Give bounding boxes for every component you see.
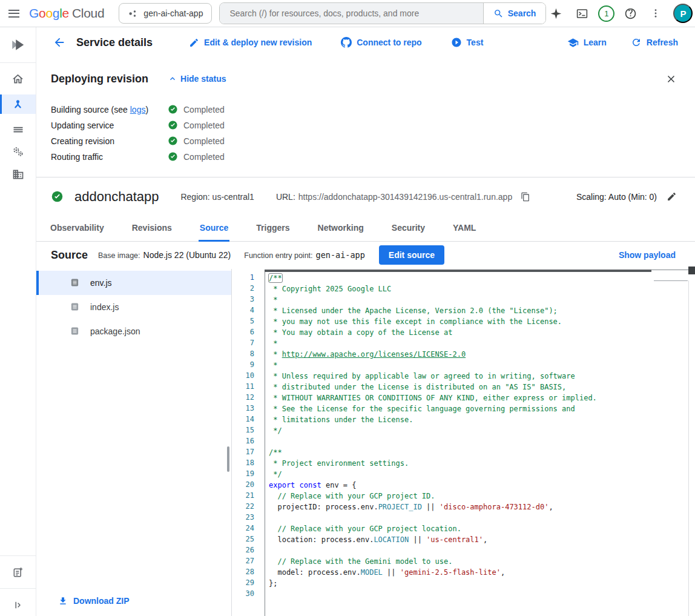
line-number: 14 (232, 414, 254, 425)
step-status-text: Completed (183, 121, 225, 130)
google-cloud-logo: Google Cloud (29, 6, 104, 21)
refresh-icon (631, 37, 642, 48)
collapse-nav-icon[interactable] (0, 594, 36, 616)
search-bar: Search (219, 2, 546, 24)
back-arrow-icon[interactable] (47, 30, 71, 55)
vertical-scrollbar-track[interactable] (688, 280, 695, 616)
sidebar-item-home[interactable] (0, 68, 36, 90)
tab-source[interactable]: Source (199, 216, 229, 242)
service-scaling-group: Scaling: Auto (Min: 0) (576, 189, 679, 204)
project-name: gen-ai-chat-app (143, 8, 203, 18)
file-panel-scrollbar[interactable] (227, 446, 229, 472)
line-number: 5 (232, 316, 254, 326)
check-circle-icon (168, 104, 178, 114)
hide-status-toggle[interactable]: Hide status (164, 73, 229, 84)
tab-observability[interactable]: Observability (49, 216, 105, 242)
file-item-index-js[interactable]: index.js (36, 295, 231, 319)
vertical-scrollbar[interactable] (688, 267, 695, 274)
notifications-badge[interactable]: 1 (598, 5, 614, 22)
tab-revisions[interactable]: Revisions (131, 216, 173, 242)
line-number: 22 (232, 501, 254, 512)
close-icon[interactable] (663, 71, 679, 87)
play-circle-icon (451, 37, 462, 48)
search-button[interactable]: Search (483, 3, 546, 24)
tab-networking[interactable]: Networking (317, 216, 365, 242)
code-lines: /** * Copyright 2025 Google LLC * * Lice… (269, 273, 687, 600)
refresh-button[interactable]: Refresh (630, 35, 679, 50)
service-name: addonchatapp (74, 189, 159, 205)
service-region: Region: us-central1 (180, 192, 254, 202)
horizontal-scrollbar[interactable] (265, 270, 651, 272)
deploy-step: Building source (see logs) Completed (51, 102, 679, 118)
line-number: 15 (232, 425, 254, 436)
service-header: addonchatapp Region: us-central1 URL: ht… (36, 177, 695, 216)
chevron-up-icon (168, 74, 177, 84)
project-selector[interactable]: gen-ai-chat-app (119, 3, 212, 24)
edit-deploy-button[interactable]: Edit & deploy new revision (188, 35, 313, 50)
tab-triggers[interactable]: Triggers (255, 216, 291, 242)
learn-button[interactable]: Learn (566, 35, 608, 51)
code-line (269, 436, 687, 447)
kebab-menu-icon[interactable] (647, 4, 665, 22)
menu-icon[interactable] (5, 1, 23, 25)
brand-google: Google (29, 6, 69, 21)
line-number: 28 (232, 566, 254, 577)
github-icon (341, 37, 352, 48)
code-line: * (269, 360, 687, 371)
edit-source-button[interactable]: Edit source (379, 245, 444, 265)
line-number: 23 (232, 512, 254, 523)
help-icon[interactable] (621, 4, 641, 24)
code-line: * limitations under the License. (269, 414, 687, 425)
cloud-run-logo-icon (0, 32, 36, 58)
sidebar-divider (0, 588, 36, 589)
code-line: * you may not use this file except in co… (269, 316, 687, 327)
logs-link[interactable]: logs (130, 105, 146, 114)
code-editor[interactable]: /** * Copyright 2025 Google LLC * * Lice… (265, 270, 695, 616)
line-number: 13 (232, 403, 254, 414)
download-zip-button[interactable]: Download ZIP (54, 595, 133, 606)
sidebar-item-organization[interactable] (0, 163, 36, 185)
line-number: 25 (232, 534, 254, 545)
code-line: /** (269, 447, 687, 458)
tab-yaml[interactable]: YAML (452, 216, 477, 242)
sidebar-item-revisions[interactable] (0, 118, 36, 141)
code-line: export const env = { (269, 480, 687, 491)
file-item-package-json[interactable]: package.json (36, 319, 231, 343)
code-line: /** (269, 273, 687, 283)
edit-scaling-pencil-icon[interactable] (664, 189, 679, 204)
sidebar-divider (0, 62, 36, 63)
file-icon (70, 302, 79, 311)
line-number-gutter: 1234567891011121314151617181920212223242… (232, 269, 265, 616)
search-input[interactable] (220, 3, 483, 24)
code-line: // Replace with the Gemini model to use. (269, 556, 687, 567)
line-number: 27 (232, 555, 254, 566)
sidebar-item-integrations[interactable] (0, 141, 36, 163)
check-circle-icon (168, 151, 178, 162)
test-button[interactable]: Test (450, 35, 485, 50)
step-status-text: Completed (183, 152, 225, 162)
line-number: 20 (232, 479, 254, 490)
gemini-icon[interactable] (546, 4, 566, 24)
code-line (269, 545, 687, 556)
file-item-env-js[interactable]: env.js (36, 271, 231, 295)
release-notes-icon[interactable] (0, 561, 36, 583)
line-number: 11 (232, 381, 254, 392)
line-number: 16 (232, 436, 254, 446)
tab-security[interactable]: Security (390, 216, 426, 242)
sidebar-divider (0, 555, 36, 556)
code-line: * Unless required by applicable law or a… (269, 371, 687, 382)
connect-repo-button[interactable]: Connect to repo (340, 35, 423, 50)
sidebar-item-services[interactable] (0, 94, 36, 114)
step-status-text: Completed (183, 136, 225, 146)
service-status-check-icon (51, 190, 64, 203)
cloud-shell-icon[interactable] (572, 4, 592, 24)
code-line: * Project environment settings. (269, 458, 687, 469)
code-line: * WITHOUT WARRANTIES OR CONDITIONS OF AN… (269, 392, 687, 403)
code-line: * Licensed under the Apache License, Ver… (269, 305, 687, 316)
source-section-header: Source Base image: Node.js 22 (Ubuntu 22… (36, 242, 695, 269)
copy-icon[interactable] (518, 190, 533, 204)
show-payload-link[interactable]: Show payload (615, 250, 679, 260)
main-content: Service details Edit & deploy new revisi… (36, 27, 695, 616)
avatar[interactable]: P (673, 4, 693, 23)
pencil-icon (189, 38, 199, 48)
